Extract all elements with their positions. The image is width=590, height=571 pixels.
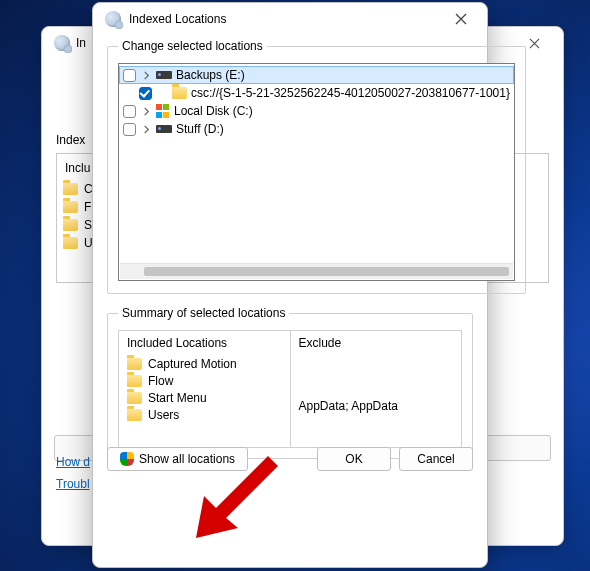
back-links: How d Troubl <box>56 451 90 495</box>
close-icon <box>529 38 540 49</box>
folder-icon <box>127 375 142 387</box>
search-index-icon <box>105 11 121 27</box>
tree-label: Local Disk (C:) <box>174 104 253 118</box>
folder-icon <box>127 358 142 370</box>
checkbox[interactable] <box>123 123 136 136</box>
locations-tree[interactable]: Backups (E:) csc://{S-1-5-21-3252562245-… <box>118 63 515 281</box>
tree-row-stuff[interactable]: Stuff (D:) <box>119 120 514 138</box>
close-icon <box>455 13 467 25</box>
included-label: Start Menu <box>148 391 207 405</box>
list-item-label: F <box>84 200 91 214</box>
how-link[interactable]: How d <box>56 451 90 473</box>
horizontal-scrollbar[interactable] <box>120 263 513 279</box>
included-item[interactable]: Start Menu <box>127 389 282 406</box>
folder-icon <box>63 219 78 231</box>
expand-toggle[interactable] <box>140 105 152 117</box>
windows-drive-icon <box>156 104 170 118</box>
back-window-title: In <box>76 36 86 50</box>
scrollbar-thumb[interactable] <box>144 267 509 276</box>
exclude-column: Exclude AppData; AppData <box>291 331 462 447</box>
folder-icon <box>127 409 142 421</box>
expand-toggle[interactable] <box>140 123 152 135</box>
checkbox-checked[interactable] <box>139 87 152 100</box>
included-label: Captured Motion <box>148 357 237 371</box>
tree-label: Stuff (D:) <box>176 122 224 136</box>
show-all-label: Show all locations <box>139 452 235 466</box>
cancel-button[interactable]: Cancel <box>399 447 473 471</box>
summary-group: Summary of selected locations Included L… <box>107 306 473 459</box>
tree-label: Backups (E:) <box>176 68 245 82</box>
tree-label: csc://{S-1-5-21-3252562245-4012050027-20… <box>191 86 510 100</box>
summary-legend: Summary of selected locations <box>118 306 289 320</box>
included-item[interactable]: Captured Motion <box>127 355 282 372</box>
exclude-header: Exclude <box>299 336 454 350</box>
included-label: Users <box>148 408 179 422</box>
checkbox[interactable] <box>123 69 136 82</box>
dialog-close-button[interactable] <box>441 6 481 32</box>
tree-row-backups[interactable]: Backups (E:) <box>119 66 514 84</box>
change-locations-group: Change selected locations Backups (E:) c… <box>107 39 526 294</box>
included-item[interactable]: Flow <box>127 372 282 389</box>
expand-toggle[interactable] <box>140 69 152 81</box>
included-item[interactable]: Users <box>127 406 282 423</box>
indexed-locations-dialog: Indexed Locations Change selected locati… <box>92 2 488 568</box>
folder-icon <box>63 201 78 213</box>
included-column: Included Locations Captured Motion Flow … <box>119 331 291 447</box>
drive-icon <box>156 71 172 79</box>
dialog-titlebar: Indexed Locations <box>93 3 487 35</box>
checkbox[interactable] <box>123 105 136 118</box>
folder-icon <box>127 392 142 404</box>
folder-icon <box>63 183 78 195</box>
dialog-button-row: Show all locations OK Cancel <box>107 447 473 471</box>
included-label: Flow <box>148 374 173 388</box>
ok-button[interactable]: OK <box>317 447 391 471</box>
summary-pane: Included Locations Captured Motion Flow … <box>118 330 462 448</box>
tree-row-csc[interactable]: csc://{S-1-5-21-3252562245-4012050027-20… <box>119 84 514 102</box>
tree-row-local-disk[interactable]: Local Disk (C:) <box>119 102 514 120</box>
folder-icon <box>172 87 187 99</box>
dialog-body: Change selected locations Backups (E:) c… <box>93 35 487 483</box>
show-all-locations-button[interactable]: Show all locations <box>107 447 248 471</box>
indexing-options-icon <box>54 35 70 51</box>
list-item-label: S <box>84 218 92 232</box>
change-locations-legend: Change selected locations <box>118 39 267 53</box>
drive-icon <box>156 125 172 133</box>
uac-shield-icon <box>120 452 134 466</box>
dialog-title: Indexed Locations <box>129 12 226 26</box>
troubleshoot-link[interactable]: Troubl <box>56 473 90 495</box>
included-header: Included Locations <box>127 336 282 350</box>
folder-icon <box>63 237 78 249</box>
exclude-text: AppData; AppData <box>299 399 454 413</box>
